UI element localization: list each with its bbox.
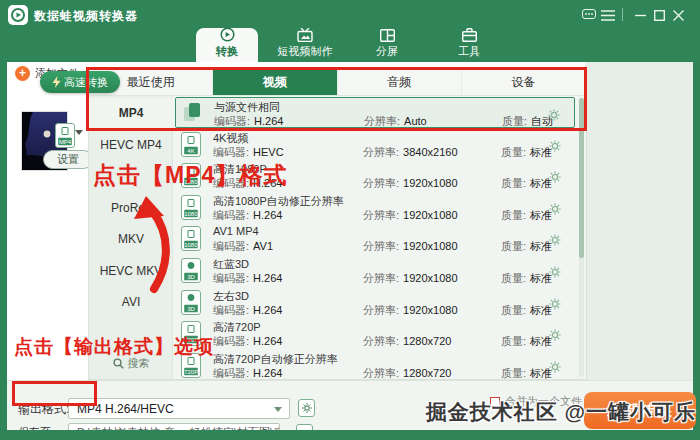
preset-file-icon: 3D: [181, 290, 201, 315]
footer-strip: [0, 430, 700, 440]
preset-row[interactable]: 3D 左右3D 编码器:H.264 分辨率:1920x1080 质量:标准: [175, 287, 575, 318]
nav-tab-icon: [380, 28, 395, 42]
output-format-select[interactable]: MP4 H.264/HEVC: [68, 398, 290, 419]
preset-row[interactable]: 720P 高清720P自动修正分辨率 编码器:H.264 分辨率:1280x72…: [175, 350, 575, 379]
app-logo-icon: [8, 5, 28, 25]
mp4-file-icon: MP4: [55, 123, 75, 148]
nav-tab-short-video[interactable]: 短视频制作: [270, 28, 340, 62]
divider: [622, 8, 623, 21]
merge-option: 合并为一个文件: [490, 394, 582, 409]
format-tab-audio[interactable]: 音频: [338, 69, 462, 95]
preset-row[interactable]: 720P 高清720P 编码器:H.264 分辨率:1280x720 质量:标准: [175, 318, 575, 349]
format-item[interactable]: HEVC MP4: [89, 130, 173, 160]
format-tab-video[interactable]: 视频: [213, 69, 337, 95]
output-format-value: MP4 H.264/HEVC: [77, 402, 174, 416]
format-list: 搜索 MP4 HEVC MP4 ProRes MKV HEVC MKV AVI: [89, 96, 173, 379]
preset-settings-gear-icon[interactable]: [548, 107, 560, 125]
convert-all-button[interactable]: 全部转换: [584, 392, 696, 429]
menu-icon[interactable]: [599, 6, 617, 24]
preset-settings-gear-icon[interactable]: [549, 232, 561, 250]
nav-tab-icon: [297, 28, 313, 42]
fast-convert-label: 高速转换: [64, 75, 108, 90]
right-sidebar: [585, 62, 693, 382]
convert-all-label: 全部转换: [606, 401, 674, 420]
close-button[interactable]: [669, 6, 687, 24]
preset-list: 与源文件相同 编码器:H.264 分辨率:Auto 质量:自动 4K 4K视频 …: [173, 96, 577, 379]
preset-settings-gear-icon[interactable]: [549, 327, 561, 345]
preset-file-icon: 3D: [181, 258, 201, 283]
minimize-button[interactable]: [631, 6, 649, 24]
maximize-button[interactable]: [650, 6, 668, 24]
app-title: 数据蛙视频转换器: [34, 8, 138, 25]
nav-tabs: 转换 短视频制作 分屏 工具: [196, 28, 516, 62]
format-item[interactable]: HEVC MKV: [89, 256, 173, 286]
preset-settings-gear-icon[interactable]: [549, 296, 561, 314]
search-button[interactable]: 搜索: [89, 356, 173, 371]
settings-label: 设置: [57, 152, 79, 167]
format-item[interactable]: AVI: [89, 287, 173, 317]
format-item[interactable]: ProRes: [89, 193, 173, 223]
preset-row[interactable]: 1080P 高清1080P自动修正分辨率 编码器:H.264 分辨率:1920x…: [175, 192, 575, 223]
merge-label: 合并为一个文件: [505, 394, 582, 409]
preset-file-icon: 1080P: [181, 163, 201, 188]
settings-button[interactable]: 设置: [43, 150, 93, 169]
scrollbar-thumb[interactable]: [579, 98, 584, 258]
preset-settings-gear-icon[interactable]: [549, 138, 561, 156]
output-format-quick[interactable]: MP4: [49, 120, 83, 145]
search-icon: [113, 358, 124, 369]
nav-tab-convert[interactable]: 转换: [196, 28, 258, 62]
app-window: 数据蛙视频转换器 转换 短视频制作 分屏 工具: [0, 0, 700, 440]
preset-file-icon: 4K: [181, 132, 201, 157]
nav-tab-tools[interactable]: 工具: [434, 28, 504, 62]
preset-file-icon: 1080P: [181, 195, 201, 220]
output-format-label: 输出格式:: [18, 401, 69, 418]
nav-tab-icon: [462, 28, 477, 42]
preset-row[interactable]: 3D 红蓝3D 编码器:H.264 分辨率:1920x1080 质量:标准: [175, 255, 575, 286]
nav-tab-split-screen[interactable]: 分屏: [352, 28, 422, 62]
format-tab-device[interactable]: 设备: [462, 69, 586, 95]
preset-file-icon: 720P: [181, 321, 201, 346]
main-content: + 添加文件 高速转换 MP4 设置: [7, 62, 693, 430]
search-label: 搜索: [128, 356, 150, 371]
chevron-down-icon: [75, 130, 83, 135]
plus-icon: +: [15, 66, 30, 81]
lightning-icon: [52, 76, 61, 88]
preset-settings-gear-icon[interactable]: [549, 264, 561, 282]
chevron-down-icon: [274, 407, 282, 412]
same-as-source-icon: [184, 103, 202, 123]
preset-row[interactable]: 与源文件相同 编码器:H.264 分辨率:Auto 质量:自动: [175, 97, 575, 128]
format-item[interactable]: MP4: [89, 98, 173, 128]
format-item[interactable]: MKV: [89, 224, 173, 254]
preset-settings-gear-icon[interactable]: [549, 359, 561, 377]
merge-checkbox[interactable]: [490, 397, 500, 407]
format-panel: 最近使用 视频 音频 设备 搜索 MP4 HEVC MP4 ProRes MKV…: [88, 68, 587, 380]
preset-row[interactable]: 4K 4K视频 编码器:HEVC 分辨率:3840x2160 质量:标准: [175, 129, 575, 160]
preset-settings-gear-icon[interactable]: [549, 201, 561, 219]
preset-row[interactable]: 1080P 高清1080P 编码器:H.264 分辨率:1920x1080 质量…: [175, 160, 575, 191]
fast-convert-toggle[interactable]: 高速转换: [40, 71, 120, 93]
preset-settings-gear-icon[interactable]: [549, 169, 561, 187]
preset-row[interactable]: 1080P AV1 MP4 编码器:AV1 分辨率:1920x1080 质量:标…: [175, 223, 575, 254]
preset-file-icon: 720P: [181, 353, 201, 378]
format-panel-tabs: 最近使用 视频 音频 设备: [89, 69, 586, 96]
nav-tab-icon: [220, 27, 235, 42]
scrollbar-track[interactable]: [579, 98, 584, 377]
title-bar: 数据蛙视频转换器: [0, 0, 700, 30]
preset-file-icon: 1080P: [181, 226, 201, 251]
format-settings-icon[interactable]: [298, 399, 315, 417]
feedback-chat-icon[interactable]: [580, 6, 598, 24]
